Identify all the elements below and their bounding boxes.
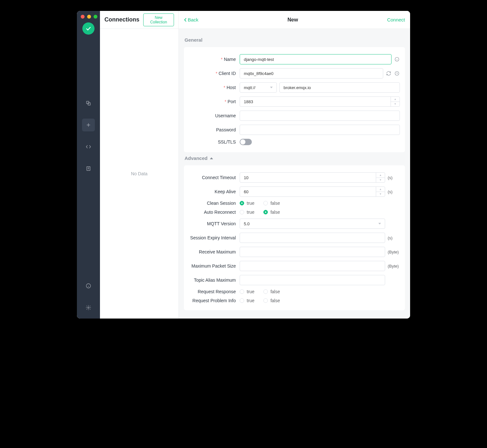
- main-panel: Back New Connect General Name C: [179, 11, 410, 319]
- port-label: Port: [189, 99, 240, 104]
- nav-rail: [77, 11, 100, 319]
- maximize-window[interactable]: [94, 15, 97, 19]
- auto-reconnect-false[interactable]: false: [263, 210, 280, 215]
- refresh-client-id-icon[interactable]: [386, 71, 392, 76]
- mqtt-version-select[interactable]: 5.0: [240, 219, 385, 229]
- close-window[interactable]: [81, 15, 85, 19]
- svg-point-4: [88, 307, 89, 309]
- nav-connections[interactable]: [82, 97, 95, 110]
- client-id-input[interactable]: [240, 68, 383, 79]
- sidebar: Connections New Collection No Data: [100, 11, 179, 319]
- request-problem-label: Request Problem Info: [189, 298, 240, 303]
- request-response-true[interactable]: true: [240, 289, 254, 294]
- host-input[interactable]: [279, 82, 400, 93]
- connect-timeout-spinner[interactable]: ▲▼: [376, 173, 385, 182]
- topic-alias-label: Topic Alias Maximum: [189, 278, 240, 283]
- nav-log[interactable]: [82, 162, 95, 175]
- clean-session-false[interactable]: false: [263, 201, 280, 206]
- port-input[interactable]: [240, 96, 400, 107]
- name-input[interactable]: [240, 54, 392, 64]
- unit-s: (s): [388, 236, 400, 240]
- general-card: Name Client ID: [184, 47, 405, 152]
- request-problem-true[interactable]: true: [240, 298, 254, 303]
- sidebar-title: Connections: [104, 16, 139, 23]
- password-label: Password: [189, 127, 240, 132]
- form-content: General Name Client ID: [179, 29, 410, 319]
- nav-settings[interactable]: [82, 301, 95, 314]
- max-packet-label: Maximum Packet Size: [189, 263, 240, 269]
- window-controls: [81, 15, 97, 19]
- new-collection-button[interactable]: New Collection: [143, 13, 174, 26]
- mqtt-version-label: MQTT Version: [189, 221, 240, 226]
- unit-byte: (Byte): [388, 250, 400, 254]
- minimize-window[interactable]: [87, 15, 91, 19]
- keep-alive-spinner[interactable]: ▲▼: [376, 187, 385, 196]
- advanced-section-title[interactable]: Advanced: [185, 155, 405, 161]
- auto-reconnect-label: Auto Reconnect: [189, 210, 240, 215]
- receive-max-input[interactable]: [240, 247, 385, 257]
- unit-s: (s): [388, 189, 400, 194]
- collapse-up-icon: [210, 156, 213, 160]
- back-button[interactable]: Back: [184, 17, 198, 22]
- sidebar-header: Connections New Collection: [100, 11, 178, 29]
- unit-byte: (Byte): [388, 264, 400, 269]
- ssl-label: SSL/TLS: [189, 139, 240, 145]
- unit-s: (s): [388, 175, 400, 180]
- topic-alias-input[interactable]: [240, 275, 385, 285]
- password-input[interactable]: [240, 125, 400, 135]
- request-response-false[interactable]: false: [263, 289, 280, 294]
- svg-rect-2: [87, 167, 90, 170]
- sidebar-empty: No Data: [100, 29, 178, 319]
- connect-timeout-label: Connect Timeout: [189, 175, 240, 180]
- ssl-toggle[interactable]: [240, 139, 252, 145]
- svg-rect-1: [88, 103, 91, 105]
- request-response-label: Request Response: [189, 289, 240, 294]
- connect-timeout-input[interactable]: [240, 172, 385, 183]
- nav-about[interactable]: [82, 279, 95, 292]
- name-label: Name: [189, 57, 240, 62]
- client-id-history-icon[interactable]: [394, 71, 400, 76]
- clean-session-label: Clean Session: [189, 201, 240, 206]
- port-spinner[interactable]: ▲▼: [391, 97, 400, 106]
- auto-reconnect-true[interactable]: true: [240, 210, 254, 215]
- session-expiry-input[interactable]: [240, 233, 385, 243]
- clean-session-true[interactable]: true: [240, 201, 254, 206]
- host-protocol-select[interactable]: mqtt://: [240, 82, 277, 93]
- session-expiry-label: Session Expiry Interval: [189, 235, 240, 240]
- app-logo: [82, 22, 95, 35]
- app-window: Connections New Collection No Data Back …: [77, 11, 410, 319]
- connect-button[interactable]: Connect: [387, 17, 405, 22]
- page-title: New: [198, 17, 387, 23]
- keep-alive-label: Keep Alive: [189, 189, 240, 194]
- topbar: Back New Connect: [179, 11, 410, 29]
- client-id-label: Client ID: [189, 71, 240, 76]
- max-packet-input[interactable]: [240, 261, 385, 271]
- svg-rect-0: [87, 101, 89, 104]
- username-label: Username: [189, 113, 240, 118]
- advanced-card: Connect Timeout ▲▼ (s) Keep Alive: [184, 165, 405, 310]
- back-label: Back: [188, 17, 198, 22]
- nav-new[interactable]: [82, 119, 95, 131]
- request-problem-false[interactable]: false: [263, 298, 280, 303]
- nav-scripts[interactable]: [82, 140, 95, 153]
- host-label: Host: [189, 85, 240, 90]
- name-info-icon[interactable]: [394, 56, 400, 62]
- general-section-title: General: [185, 37, 405, 43]
- username-input[interactable]: [240, 111, 400, 121]
- receive-max-label: Receive Maximum: [189, 249, 240, 254]
- keep-alive-input[interactable]: [240, 187, 385, 197]
